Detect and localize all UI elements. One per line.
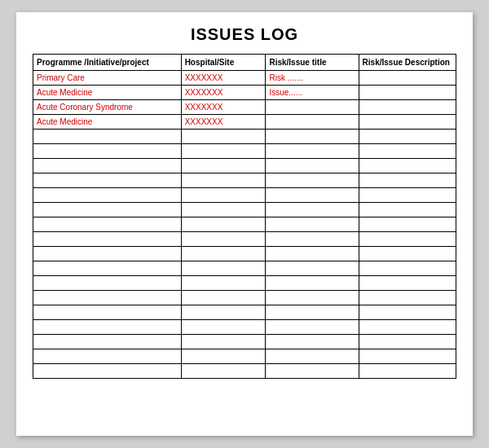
cell-risk_desc <box>359 159 456 173</box>
cell-risk_title <box>266 276 359 291</box>
table-row <box>33 203 456 217</box>
cell-risk_title <box>266 247 359 261</box>
cell-risk_desc <box>359 364 456 379</box>
cell-risk_desc <box>359 349 456 364</box>
cell-hospital <box>181 364 266 379</box>
cell-risk_title <box>266 115 359 130</box>
table-row <box>33 364 456 379</box>
cell-risk_desc <box>359 144 456 159</box>
cell-risk_desc <box>359 71 456 86</box>
cell-risk_title <box>266 364 359 379</box>
page: ISSUES LOG Programme /Initiative/project… <box>16 12 473 436</box>
cell-programme <box>33 173 182 188</box>
table-row <box>33 144 456 159</box>
cell-hospital: XXXXXXX <box>181 100 266 115</box>
table-row <box>33 291 456 305</box>
cell-risk_title <box>266 159 359 173</box>
cell-programme <box>33 364 182 379</box>
issues-log-table: Programme /Initiative/project Hospital/S… <box>33 54 456 379</box>
cell-hospital <box>181 144 266 159</box>
cell-programme <box>33 335 182 349</box>
cell-risk_title <box>266 130 359 144</box>
col-header-risk-desc: Risk/Issue Description <box>359 55 456 71</box>
cell-hospital <box>181 232 266 247</box>
cell-hospital: XXXXXXX <box>181 115 266 130</box>
cell-risk_title <box>266 291 359 305</box>
cell-programme <box>33 144 182 159</box>
cell-risk_desc <box>359 115 456 130</box>
cell-risk_desc <box>359 86 456 100</box>
table-row <box>33 232 456 247</box>
col-header-hospital: Hospital/Site <box>181 55 266 71</box>
cell-hospital <box>181 320 266 335</box>
table-row <box>33 276 456 291</box>
table-row <box>33 130 456 144</box>
cell-hospital <box>181 159 266 173</box>
cell-hospital <box>181 203 266 217</box>
cell-risk_desc <box>359 203 456 217</box>
cell-risk_title: Issue...... <box>266 86 359 100</box>
cell-risk_desc <box>359 173 456 188</box>
table-row <box>33 173 456 188</box>
cell-programme: Acute Coronary Syndrome <box>33 100 182 115</box>
table-row: Acute MedicineXXXXXXXIssue...... <box>33 86 456 100</box>
cell-hospital <box>181 247 266 261</box>
cell-risk_title <box>266 335 359 349</box>
cell-programme <box>33 247 182 261</box>
cell-hospital: XXXXXXX <box>181 71 266 86</box>
cell-programme <box>33 291 182 305</box>
table-row: Primary CareXXXXXXXRisk ....... <box>33 71 456 86</box>
table-row <box>33 247 456 261</box>
table-header-row: Programme /Initiative/project Hospital/S… <box>33 55 456 71</box>
cell-hospital <box>181 173 266 188</box>
cell-programme <box>33 217 182 232</box>
cell-risk_title <box>266 203 359 217</box>
cell-risk_title <box>266 217 359 232</box>
cell-risk_title <box>266 232 359 247</box>
cell-risk_desc <box>359 320 456 335</box>
col-header-programme: Programme /Initiative/project <box>33 55 182 71</box>
col-header-risk-title: Risk/Issue title <box>266 55 359 71</box>
cell-programme <box>33 130 182 144</box>
cell-risk_title <box>266 100 359 115</box>
cell-hospital <box>181 291 266 305</box>
table-row: Acute MedicineXXXXXXX <box>33 115 456 130</box>
cell-risk_desc <box>359 217 456 232</box>
cell-risk_title <box>266 188 359 203</box>
cell-risk_title: Risk ....... <box>266 71 359 86</box>
cell-programme: Primary Care <box>33 71 182 86</box>
page-title: ISSUES LOG <box>33 25 456 44</box>
table-row <box>33 335 456 349</box>
cell-hospital <box>181 261 266 276</box>
cell-programme <box>33 305 182 320</box>
cell-programme <box>33 232 182 247</box>
cell-hospital <box>181 305 266 320</box>
table-row <box>33 188 456 203</box>
cell-risk_desc <box>359 130 456 144</box>
cell-hospital <box>181 188 266 203</box>
table-row: Acute Coronary SyndromeXXXXXXX <box>33 100 456 115</box>
table-row <box>33 349 456 364</box>
cell-hospital <box>181 276 266 291</box>
cell-risk_desc <box>359 335 456 349</box>
cell-risk_title <box>266 173 359 188</box>
cell-risk_desc <box>359 305 456 320</box>
cell-programme <box>33 320 182 335</box>
cell-risk_title <box>266 144 359 159</box>
cell-risk_title <box>266 261 359 276</box>
cell-risk_title <box>266 349 359 364</box>
cell-risk_desc <box>359 247 456 261</box>
cell-risk_title <box>266 305 359 320</box>
cell-risk_desc <box>359 100 456 115</box>
table-row <box>33 159 456 173</box>
cell-programme <box>33 203 182 217</box>
cell-risk_desc <box>359 261 456 276</box>
cell-programme <box>33 188 182 203</box>
cell-risk_title <box>266 320 359 335</box>
cell-risk_desc <box>359 188 456 203</box>
table-row <box>33 261 456 276</box>
cell-programme: Acute Medicine <box>33 115 182 130</box>
cell-hospital <box>181 349 266 364</box>
cell-programme: Acute Medicine <box>33 86 182 100</box>
cell-programme <box>33 159 182 173</box>
